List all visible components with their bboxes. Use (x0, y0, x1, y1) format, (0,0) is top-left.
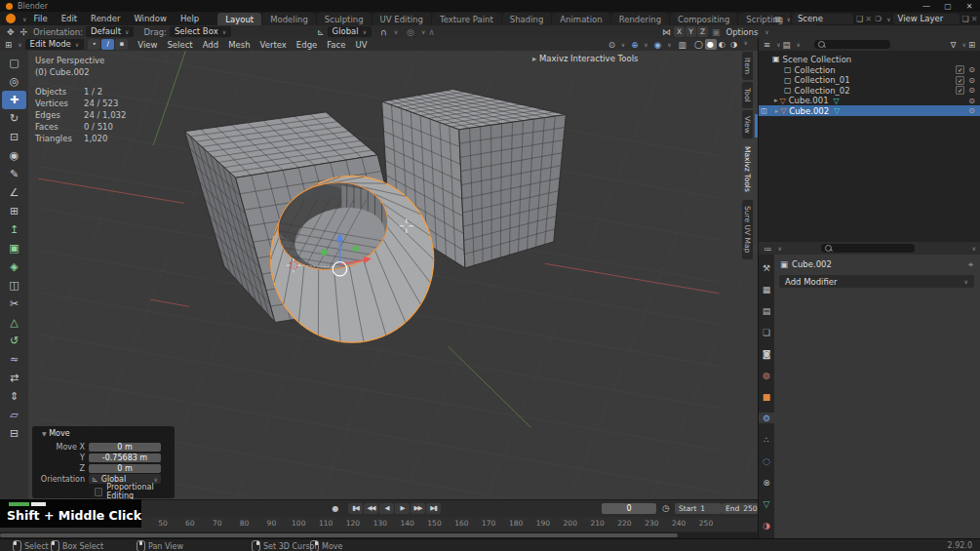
snap-target-icon[interactable]: ▣ (709, 27, 724, 37)
object-visibility-icon[interactable]: ⊙ (607, 40, 617, 50)
extrude-region-tool[interactable]: ↥ (2, 220, 26, 239)
outliner-filter-icon[interactable]: ∇ (949, 40, 959, 50)
face-select-mode-button[interactable]: ▪ (115, 39, 128, 50)
scene-name-field[interactable]: Scene (793, 14, 853, 24)
sidebar-tab-tool[interactable]: Tool (742, 82, 753, 108)
transform-orientation-dropdown[interactable]: Global ∨ (328, 26, 372, 37)
tweak-select-tool[interactable]: ▢ (2, 54, 26, 72)
properties-tab-particles[interactable]: ∴ (759, 434, 774, 445)
viewport-menu-mesh[interactable]: Mesh (223, 40, 255, 50)
operator-panel-header[interactable]: ▼ Move (38, 429, 70, 438)
outliner-search-box[interactable] (814, 40, 890, 49)
workspace-tab-animation[interactable]: Animation (552, 13, 609, 25)
sidebar-tab-maxivz-tools[interactable]: Maxivz Tools (742, 140, 753, 198)
proportional-falloff-icon[interactable]: ∧ (425, 27, 438, 37)
operator-field-value[interactable]: 0 m (89, 464, 161, 473)
exclude-checkbox[interactable]: ✓ (956, 86, 964, 95)
next-keyframe-button[interactable]: ▶▶ (411, 503, 425, 514)
jump-to-end-button[interactable]: ▶▮ (426, 503, 441, 514)
transform-tool[interactable]: ◉ (2, 146, 26, 165)
prev-keyframe-button[interactable]: ◀◀ (364, 503, 378, 514)
properties-search-box[interactable] (821, 244, 915, 253)
properties-tab-render[interactable]: ▦ (759, 284, 774, 295)
properties-tab-object-data[interactable]: ▽ (759, 498, 774, 509)
menu-window[interactable]: Window (127, 14, 174, 23)
exclude-checkbox[interactable]: ✓ (956, 76, 964, 85)
outliner-row-collection[interactable]: ▢Collection✓⊙ (759, 64, 980, 75)
pin-icon[interactable]: ⌖ (968, 259, 973, 270)
add-modifier-button[interactable]: Add Modifier ∨ (779, 275, 974, 288)
properties-tab-world[interactable]: ◍ (759, 370, 774, 380)
frame-start-field[interactable]: Start 1 (675, 503, 722, 514)
viewport-menu-face[interactable]: Face (322, 40, 350, 50)
properties-tab-output[interactable]: ▤ (759, 305, 774, 316)
properties-tab-tool[interactable]: ⚒ (759, 262, 774, 273)
viewport-3d[interactable]: ⊞ ∨ Edit Mode ∨ ∙ ∕ ▪ ViewSelectAddMeshV… (0, 38, 758, 499)
viewport-menu-select[interactable]: Select (162, 40, 197, 50)
active-tool-icon[interactable]: ✥ (4, 27, 18, 37)
properties-tab-material[interactable]: ◑ (759, 520, 774, 531)
view-layer-selector[interactable]: ❍ ∨ View Layer ❏ ✕ (874, 13, 978, 24)
outliner-row-cube-002[interactable]: ◫▸▽Cube.002▽⊙ (759, 105, 980, 116)
mirror-y-button[interactable]: Y (686, 26, 696, 37)
hide-viewport-eye-icon[interactable]: ⊙ (968, 97, 975, 105)
properties-tab-modifiers[interactable]: ⚙ (759, 413, 774, 423)
new-view-layer-icon[interactable]: ❏ (962, 15, 969, 23)
outliner-row-collection-02[interactable]: ▢Collection_02✓⊙ (759, 85, 980, 96)
new-scene-icon[interactable]: ❏ (856, 15, 863, 23)
workspace-tab-shading[interactable]: Shading (502, 13, 552, 25)
viewport-menu-view[interactable]: View (133, 40, 162, 50)
hide-viewport-eye-icon[interactable]: ⊙ (968, 65, 975, 74)
workspace-tab-texture-paint[interactable]: Texture Paint (432, 13, 501, 25)
properties-tab-object-constraints[interactable]: ⊗ (759, 477, 774, 488)
play-button[interactable]: ▶ (395, 503, 410, 514)
workspace-tab-sculpting[interactable]: Sculpting (317, 13, 372, 25)
viewport-menu-vertex[interactable]: Vertex (255, 40, 292, 50)
properties-tab-scene[interactable]: ◙ (759, 348, 774, 359)
exclude-checkbox[interactable]: ✓ (956, 65, 964, 74)
knife-tool[interactable]: ✂ (2, 295, 26, 313)
scene-selector[interactable]: ▦ ∨ Scene ❏ ✕ (773, 13, 873, 24)
minimize-button[interactable]: — (916, 2, 937, 11)
annotate-tool[interactable]: ✎ (2, 165, 26, 183)
delete-view-layer-icon[interactable]: ✕ (971, 15, 978, 23)
options-button[interactable]: Options (726, 27, 759, 37)
close-button[interactable]: ✕ (959, 2, 980, 11)
breadcrumb-object-name[interactable]: Cube.002 (792, 259, 832, 269)
xray-toggle-icon[interactable]: ▥ (677, 40, 688, 50)
rendered-shading-icon[interactable]: ◑ (728, 39, 740, 50)
vertex-select-mode-button[interactable]: ∙ (88, 39, 100, 50)
workspace-tab-compositing[interactable]: Compositing (670, 13, 737, 25)
viewport-menu-uv[interactable]: UV (351, 40, 372, 50)
cursor-tool[interactable]: ◎ (2, 72, 26, 91)
menu-render[interactable]: Render (84, 14, 127, 23)
operator-field-value[interactable]: 0 m (89, 443, 161, 452)
outliner-row-scene-collection[interactable]: ▣Scene Collection (759, 54, 980, 64)
smooth-tool[interactable]: ≈ (2, 350, 26, 369)
blender-menu-icon[interactable] (6, 14, 16, 23)
menu-help[interactable]: Help (174, 14, 206, 23)
spin-tool[interactable]: ↺ (2, 332, 26, 350)
orientation-dropdown[interactable]: Default ∨ (86, 26, 134, 37)
menu-edit[interactable]: Edit (55, 14, 84, 23)
workspace-tab-uv-editing[interactable]: UV Editing (372, 13, 431, 25)
poly-build-tool[interactable]: △ (2, 313, 26, 332)
snap-magnet-icon[interactable]: ∩ (377, 27, 390, 37)
expand-arrow-icon[interactable]: ▸ (774, 97, 778, 104)
properties-tab-view-layer[interactable]: ❏ (759, 327, 774, 337)
maximize-button[interactable]: ▢ (937, 2, 959, 11)
inset-faces-tool[interactable]: ▣ (2, 239, 26, 257)
measure-tool[interactable]: ∠ (2, 183, 26, 202)
mode-dropdown[interactable]: Edit Mode ∨ (25, 39, 85, 50)
hide-viewport-eye-icon[interactable]: ⊙ (968, 86, 975, 95)
view-layer-name-field[interactable]: View Layer (893, 14, 960, 24)
play-reverse-button[interactable]: ◀ (379, 503, 394, 514)
mirror-z-button[interactable]: Z (697, 26, 708, 37)
workspace-tab-modeling[interactable]: Modeling (262, 13, 316, 25)
properties-tab-object[interactable]: ■ (759, 391, 774, 402)
scale-tool[interactable]: ⊡ (2, 128, 26, 146)
hide-viewport-eye-icon[interactable]: ⊙ (968, 76, 975, 85)
gizmo-y-handle-near[interactable] (321, 249, 327, 255)
edge-slide-tool[interactable]: ⇄ (2, 369, 26, 387)
proportional-editing-icon[interactable]: ◎ (404, 27, 417, 37)
